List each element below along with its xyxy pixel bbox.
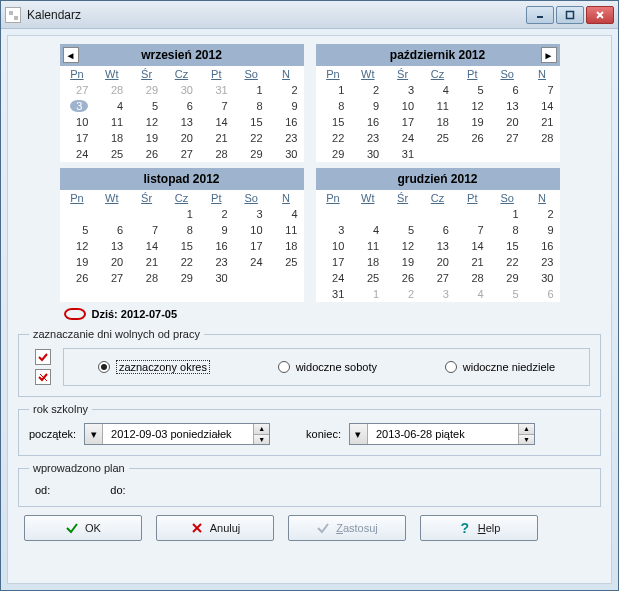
calendar-day[interactable]: 2: [269, 82, 304, 98]
calendar-day[interactable]: 25: [350, 270, 385, 286]
calendar-day[interactable]: 29: [129, 82, 164, 98]
calendar-day[interactable]: 15: [234, 114, 269, 130]
spin-down[interactable]: ▼: [519, 434, 534, 445]
calendar-day[interactable]: 24: [316, 270, 351, 286]
calendar-day[interactable]: 20: [94, 254, 129, 270]
calendar-day[interactable]: 20: [490, 114, 525, 130]
calendar-day[interactable]: 12: [60, 238, 95, 254]
calendar-day[interactable]: 1: [350, 286, 385, 302]
calendar-day[interactable]: 3: [234, 206, 269, 222]
calendar-day[interactable]: 11: [420, 98, 455, 114]
calendar-day[interactable]: 25: [94, 146, 129, 162]
calendar-day[interactable]: 22: [164, 254, 199, 270]
calendar-day[interactable]: 16: [525, 238, 560, 254]
calendar-day[interactable]: 13: [420, 238, 455, 254]
calendar-day[interactable]: 3: [420, 286, 455, 302]
calendar-day[interactable]: 24: [60, 146, 95, 162]
calendar-day[interactable]: 2: [350, 82, 385, 98]
calendar-day[interactable]: 17: [60, 130, 95, 146]
calendar-day[interactable]: 8: [164, 222, 199, 238]
calendar-day[interactable]: 16: [269, 114, 304, 130]
calendar-day[interactable]: 10: [385, 98, 420, 114]
prev-month-button[interactable]: ◄: [63, 47, 79, 63]
mark-button[interactable]: [35, 349, 51, 365]
calendar-day[interactable]: 7: [199, 98, 234, 114]
calendar-day[interactable]: 10: [234, 222, 269, 238]
calendar-day[interactable]: 23: [525, 254, 560, 270]
calendar-day[interactable]: 24: [234, 254, 269, 270]
calendar-day[interactable]: 11: [269, 222, 304, 238]
spin-up[interactable]: ▲: [254, 424, 269, 434]
calendar-day[interactable]: 4: [455, 286, 490, 302]
calendar-day[interactable]: 3: [385, 82, 420, 98]
calendar-day[interactable]: 5: [60, 222, 95, 238]
next-month-button[interactable]: ►: [541, 47, 557, 63]
calendar-day[interactable]: 27: [420, 270, 455, 286]
calendar-day[interactable]: 17: [234, 238, 269, 254]
calendar-day[interactable]: 17: [316, 254, 351, 270]
calendar-day[interactable]: 4: [269, 206, 304, 222]
spin-up[interactable]: ▲: [519, 424, 534, 434]
calendar-day[interactable]: 22: [234, 130, 269, 146]
calendar-day[interactable]: 1: [164, 206, 199, 222]
calendar-day[interactable]: 30: [350, 146, 385, 162]
radio-option[interactable]: widoczne niedziele: [445, 361, 555, 373]
calendar-day[interactable]: 1: [490, 206, 525, 222]
calendar-day[interactable]: 19: [455, 114, 490, 130]
calendar-day[interactable]: 23: [199, 254, 234, 270]
calendar-day[interactable]: 31: [385, 146, 420, 162]
calendar-day[interactable]: 12: [129, 114, 164, 130]
dropdown-icon[interactable]: ▾: [85, 424, 103, 444]
calendar-day[interactable]: 29: [234, 146, 269, 162]
calendar-day[interactable]: 17: [385, 114, 420, 130]
calendar-day[interactable]: 19: [60, 254, 95, 270]
calendar-day[interactable]: 15: [164, 238, 199, 254]
calendar-day[interactable]: 30: [525, 270, 560, 286]
calendar-day[interactable]: 27: [164, 146, 199, 162]
calendar-day[interactable]: 27: [490, 130, 525, 146]
calendar-day[interactable]: 13: [164, 114, 199, 130]
calendar-day[interactable]: 4: [350, 222, 385, 238]
calendar-day[interactable]: 28: [94, 82, 129, 98]
calendar-day[interactable]: 20: [164, 130, 199, 146]
calendar-day[interactable]: 31: [316, 286, 351, 302]
calendar-day[interactable]: 22: [490, 254, 525, 270]
calendar-day[interactable]: 23: [269, 130, 304, 146]
calendar-day[interactable]: 26: [455, 130, 490, 146]
calendar-day[interactable]: 15: [316, 114, 351, 130]
calendar-day[interactable]: 10: [60, 114, 95, 130]
calendar-day[interactable]: 9: [525, 222, 560, 238]
calendar-day[interactable]: 6: [420, 222, 455, 238]
calendar-day[interactable]: 22: [316, 130, 351, 146]
calendar-day[interactable]: 6: [164, 98, 199, 114]
calendar-day[interactable]: 31: [199, 82, 234, 98]
calendar-day[interactable]: 29: [490, 270, 525, 286]
calendar-day[interactable]: 5: [129, 98, 164, 114]
calendar-day[interactable]: 26: [129, 146, 164, 162]
calendar-day[interactable]: 2: [385, 286, 420, 302]
calendar-day[interactable]: 21: [525, 114, 560, 130]
calendar-day[interactable]: 4: [94, 98, 129, 114]
calendar-day[interactable]: 12: [385, 238, 420, 254]
calendar-day[interactable]: 29: [164, 270, 199, 286]
calendar-day[interactable]: 28: [129, 270, 164, 286]
calendar-day[interactable]: 7: [129, 222, 164, 238]
calendar-day[interactable]: 18: [420, 114, 455, 130]
cancel-button[interactable]: Anuluj: [156, 515, 274, 541]
calendar-day[interactable]: 5: [385, 222, 420, 238]
calendar-day[interactable]: 13: [490, 98, 525, 114]
help-button[interactable]: ? Help: [420, 515, 538, 541]
calendar-day[interactable]: 21: [455, 254, 490, 270]
unmark-button[interactable]: [35, 369, 51, 385]
calendar-day[interactable]: 25: [269, 254, 304, 270]
calendar-day[interactable]: 15: [490, 238, 525, 254]
calendar-day[interactable]: 9: [350, 98, 385, 114]
minimize-button[interactable]: [526, 6, 554, 24]
calendar-day[interactable]: 28: [455, 270, 490, 286]
calendar-day[interactable]: 7: [525, 82, 560, 98]
calendar-day[interactable]: 9: [199, 222, 234, 238]
calendar-day[interactable]: 1: [234, 82, 269, 98]
spin-down[interactable]: ▼: [254, 434, 269, 445]
calendar-day[interactable]: 23: [350, 130, 385, 146]
calendar-day[interactable]: 4: [420, 82, 455, 98]
